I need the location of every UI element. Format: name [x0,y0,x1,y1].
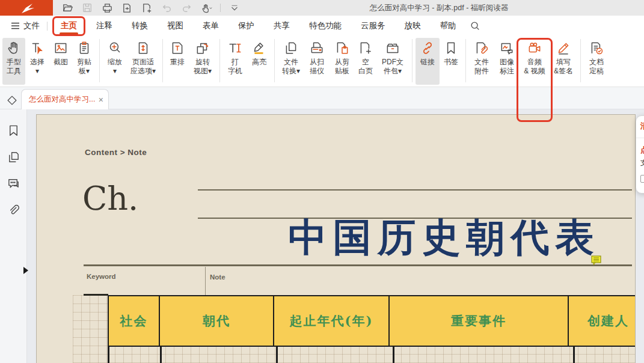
pdf-page[interactable]: Content > Note Ch. 中国历史朝代表 Keyword Note … [36,114,636,363]
panel-divider [636,138,644,138]
table-header-events: 重要事件 [390,296,569,346]
select-tool-button[interactable]: 选择▾ [25,38,49,85]
qat-separator [220,4,221,12]
bookmark-icon [443,40,459,56]
link-button[interactable]: 链接 [416,38,440,85]
snapshot-icon [52,40,69,56]
tab-help[interactable]: 帮助 [431,16,466,36]
rotate-view-button[interactable]: 旋转视图▾ [189,38,216,85]
finalize-document-icon [588,40,605,56]
file-menu[interactable]: 文件 [11,20,40,31]
panel-expand-handle[interactable] [23,267,28,274]
reflow-button[interactable]: 重排 [166,38,189,85]
from-clipboard-button[interactable]: 从剪贴板 [330,38,355,85]
file-attachment-icon [473,40,490,56]
highlight-icon [251,40,268,56]
open-folder-icon[interactable] [61,2,73,14]
attachments-panel-icon[interactable] [7,203,20,217]
audio-video-button[interactable]: 音频& 视频 [520,38,550,85]
panel-subtext-label: 支 [640,158,644,168]
tab-close-icon[interactable]: × [99,95,103,105]
page-thumbnails-icon[interactable] [7,150,20,164]
table-column-border [160,347,162,363]
snapshot-button[interactable]: 截图 [49,38,72,85]
keyword-note-divider [205,267,206,295]
panel-checkbox[interactable] [640,175,644,183]
foxit-logo[interactable] [0,0,53,16]
note-label: Note [210,273,225,281]
document-tab[interactable]: 怎么面对高中学习... × [21,89,109,109]
undo-icon[interactable] [161,2,173,14]
notebook-line [198,189,632,191]
audio-video-icon [526,40,543,56]
tab-present[interactable]: 放映 [395,16,431,36]
fill-sign-icon [555,40,572,56]
content-area: Content > Note Ch. 中国历史朝代表 Keyword Note … [0,109,644,363]
blank-page-button[interactable]: 空白页 [355,38,376,85]
page-fit-button[interactable]: 页面适应选项▾ [127,38,159,85]
keyword-label: Keyword [87,273,116,280]
tab-share[interactable]: 共享 [264,16,299,36]
navigation-panel [0,109,27,363]
redo-icon[interactable] [180,2,192,14]
tab-comment[interactable]: 注释 [87,16,122,36]
print-icon[interactable] [101,2,113,14]
hamburger-icon [11,22,20,29]
reflow-icon [169,40,186,56]
clipboard-button[interactable]: 剪贴板▾ [72,38,96,85]
save-icon[interactable] [81,2,93,14]
toolbar-divider [219,39,220,82]
menu-bar: 文件 主页 注释 转换 视图 表单 保护 共享 特色功能 云服务 放映 帮助 [0,16,644,36]
dynasty-table-header: 社会 朝代 起止年代(年) 重要事件 创建人 [108,295,636,347]
pdf-portfolio-button[interactable]: PDF文件包▾ [376,38,409,85]
bookmarks-panel-icon[interactable] [7,124,20,138]
bookmark-button[interactable]: 书签 [440,38,462,85]
tab-home[interactable]: 主页 [51,16,87,36]
eraser-icon[interactable] [5,94,19,107]
chapter-label: Ch. [82,180,138,218]
hand-tool-icon [5,40,22,56]
typewriter-button[interactable]: 打字机 [223,38,247,85]
table-column-border [276,347,278,363]
file-attachment-button[interactable]: 文件附件 [469,38,494,85]
tab-protect[interactable]: 保护 [228,16,264,36]
tab-view[interactable]: 视图 [158,16,193,36]
tab-features[interactable]: 特色功能 [299,16,351,36]
blank-page-icon [357,40,374,56]
comments-panel-icon[interactable] [7,177,20,191]
table-column-border [393,347,394,363]
highlight-button[interactable]: 高亮 [247,38,271,85]
active-tab-underline [60,32,78,35]
quick-access-toolbar [61,0,241,16]
table-extension-line [84,294,108,296]
tab-cloud[interactable]: 云服务 [351,16,395,36]
new-page-icon[interactable] [141,2,153,14]
hand-pointer-dropdown-icon[interactable] [200,2,212,14]
hand-tool-button[interactable]: 手型工具 [2,38,25,85]
image-annotation-button[interactable]: 图像标注 [494,38,520,85]
collapse-ribbon-icon[interactable] [228,2,241,14]
fill-sign-button[interactable]: 填写&签名 [550,38,577,85]
tab-form[interactable]: 表单 [193,16,228,36]
rotate-view-icon [194,40,211,56]
toolbar-divider [580,39,581,82]
toolbar-divider [162,39,163,82]
tab-convert[interactable]: 转换 [122,16,158,36]
toolbar-divider [465,39,466,82]
zoom-button[interactable]: 缩放▾ [103,38,127,85]
link-icon [419,40,436,56]
clipboard-icon [76,40,93,56]
toolbar-divider [99,39,100,82]
right-popup-panel: 清 点 支 [636,115,644,194]
search-icon[interactable] [470,20,480,31]
document-title: 中国历史朝代表 [268,210,620,265]
panel-clear-label[interactable]: 清 [640,121,644,132]
panel-item-label[interactable]: 点 [640,145,644,156]
pdf-portfolio-icon [384,40,401,56]
export-page-icon[interactable] [121,2,133,14]
finalize-document-button[interactable]: 文档定稿 [584,38,609,85]
sticky-note-annotation-icon[interactable] [591,255,602,266]
from-scanner-button[interactable]: 从扫描仪 [304,38,330,85]
convert-button[interactable]: 文件转换▾ [278,38,304,85]
toolbar-divider [412,39,412,82]
